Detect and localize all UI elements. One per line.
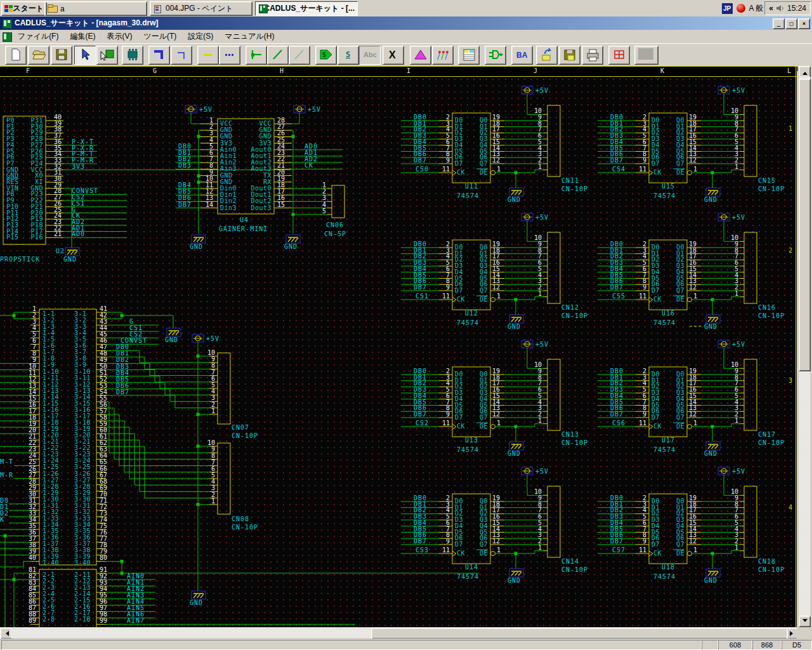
svg-text:DB7: DB7 (610, 411, 624, 418)
svg-text:9: 9 (643, 538, 646, 545)
start-button[interactable]: スタート (1, 1, 47, 16)
ime-language-indicator[interactable]: JP (722, 3, 733, 14)
svg-text:12: 12 (492, 538, 500, 545)
component-edge-connector-2[interactable]: 812-1822-2832-3842-4852-5862-6872-7882-8… (0, 566, 479, 627)
app-icon[interactable] (2, 19, 12, 28)
svg-text:CN-10P: CN-10P (561, 312, 588, 319)
component-u12[interactable]: DB02D0Q019DB13D1Q118DB24D2Q217DB35D3Q316… (401, 213, 588, 330)
signal-flag-button[interactable]: S (315, 46, 337, 65)
component-u16[interactable]: DB02D0Q019DB13D1Q118DB24D2Q217DB35D3Q316… (598, 213, 785, 330)
ba-button[interactable]: BA (511, 46, 533, 65)
tray-chevron[interactable]: « (769, 4, 773, 13)
save-button[interactable] (51, 46, 72, 65)
menu-tool[interactable]: ツール(T) (138, 30, 182, 42)
taskbar-task-3[interactable]: CADLUS_サーキット - [... (255, 1, 358, 16)
restore-button[interactable]: □ (785, 18, 797, 29)
svg-text:AIN7: AIN7 (127, 617, 145, 624)
vscroll-thumb[interactable] (799, 79, 811, 371)
svg-text:Q7: Q7 (480, 160, 488, 167)
minimize-button[interactable]: _ (773, 18, 785, 29)
ime-mode-label[interactable]: A 般 (749, 3, 764, 14)
probes-button[interactable] (432, 46, 454, 65)
svg-text:40: 40 (29, 554, 36, 561)
wire-corner-thick-button[interactable] (148, 46, 170, 65)
svg-text:DB7: DB7 (610, 284, 624, 291)
slash-light-button[interactable] (289, 46, 310, 65)
s-text-button[interactable]: S (337, 46, 359, 65)
mdi-child-icon[interactable] (2, 32, 12, 41)
component-u14[interactable]: DB02D0Q019DB13D1Q118DB24D2Q217DB35D3Q316… (401, 467, 588, 584)
component-u18[interactable]: DB02D0Q019DB13D1Q118DB24D2Q217DB35D3Q316… (598, 467, 785, 584)
svg-text:S: S (346, 50, 350, 59)
svg-text:89: 89 (29, 617, 36, 624)
slash-button[interactable] (267, 46, 289, 65)
connector-cn06[interactable]: 12345CN06CN-5P (292, 182, 347, 237)
new-file-button[interactable] (5, 46, 27, 65)
speaker-icon[interactable] (776, 4, 785, 12)
svg-text:+5V: +5V (199, 106, 213, 113)
dots-button[interactable] (219, 46, 240, 65)
menu-file[interactable]: ファイル(F) (12, 30, 64, 42)
component-u15[interactable]: DB02D0Q019DB13D1Q118DB24D2Q217DB35D3Q316… (598, 86, 785, 203)
print-button[interactable] (582, 46, 603, 65)
taskbar-task-1[interactable]: a (44, 1, 147, 16)
menu-edit[interactable]: 編集(E) (64, 30, 101, 42)
netlist-table-button[interactable] (458, 46, 480, 65)
place-part-button[interactable] (122, 46, 143, 65)
svg-text:CN14: CN14 (561, 558, 579, 565)
menu-view[interactable]: 表示(V) (101, 30, 138, 42)
blank-button[interactable] (634, 46, 658, 65)
clock[interactable]: 15:24 (787, 4, 806, 13)
svg-text:3-40: 3-40 (74, 559, 91, 566)
abc-text-icon: Abc (362, 48, 378, 62)
schematic-canvas[interactable]: FGHIJKL P0P1P2P3P4P5P6P7GNDGNDRESVINP8P9… (0, 66, 797, 627)
select-cursor-button[interactable] (74, 46, 96, 65)
block-up-button[interactable] (536, 46, 558, 65)
svg-text:DB7: DB7 (116, 388, 129, 395)
red-grid-button[interactable] (608, 46, 630, 65)
ime-ball-icon[interactable] (737, 4, 745, 13)
junction-button[interactable] (246, 46, 267, 65)
scroll-down-button[interactable] (799, 616, 811, 627)
menu-manual[interactable]: マニュアル(H) (219, 30, 280, 42)
component-u2-propstick[interactable]: P0P1P2P3P4P5P6P7GNDGNDRESVINP8P9P10P11P1… (0, 114, 291, 263)
window-title: CADLUS_サーキット - [nagasm_30.drw] (15, 18, 159, 29)
horizontal-scrollbar[interactable] (0, 628, 797, 639)
hscroll-thumb[interactable] (371, 628, 788, 639)
status-cell-2 (702, 640, 718, 650)
svg-text:1: 1 (693, 293, 697, 300)
select-part-button[interactable] (96, 46, 118, 65)
component-u4-gainer-mini[interactable]: VCC1GND2GND33V34Ain05Ain16Ain27Ain38GND9… (176, 105, 343, 250)
line-segment-button[interactable] (197, 46, 219, 65)
svg-text:OE: OE (480, 169, 488, 176)
svg-text:+5V: +5V (206, 335, 219, 342)
svg-text:+5V: +5V (732, 468, 745, 475)
vertical-scrollbar[interactable] (798, 66, 811, 627)
triangle-button[interactable] (410, 46, 431, 65)
component-u17[interactable]: DB02D0Q019DB13D1Q118DB24D2Q217DB35D3Q316… (598, 340, 785, 457)
svg-text:Dout3: Dout3 (251, 204, 272, 211)
component-u11[interactable]: DB02D0Q019DB13D1Q118DB24D2Q217DB35D3Q316… (401, 86, 588, 203)
abc-text-button[interactable]: Abc (359, 46, 381, 65)
close-button[interactable]: × (798, 18, 810, 29)
block-save-button[interactable] (559, 46, 580, 65)
delete-x-button[interactable]: X (383, 46, 404, 65)
netlist-table-icon (461, 48, 477, 62)
svg-text:GND: GND (704, 323, 717, 330)
svg-text:DB7: DB7 (414, 284, 427, 291)
desktop: スタート a004.JPG - ペイントCADLUS_サーキット - [... … (0, 0, 812, 650)
start-label: スタート (13, 3, 44, 14)
svg-text:M-T: M-T (0, 458, 13, 465)
wire-corner-thin-button[interactable] (171, 46, 192, 65)
gate-button[interactable] (485, 46, 506, 65)
svg-text:P16: P16 (30, 234, 43, 241)
svg-text:DB3: DB3 (178, 162, 192, 169)
menu-settings[interactable]: 設定(S) (182, 30, 219, 42)
component-u13[interactable]: DB02D0Q019DB13D1Q118DB24D2Q217DB35D3Q316… (401, 340, 588, 457)
status-cell-3: 608 (718, 640, 752, 650)
svg-text:CN-10P: CN-10P (758, 185, 785, 192)
select-part-icon (99, 48, 115, 62)
taskbar-task-2[interactable]: 004.JPG - ペイント (150, 1, 252, 16)
svg-text:11: 11 (442, 293, 450, 300)
open-file-button[interactable] (28, 46, 49, 65)
